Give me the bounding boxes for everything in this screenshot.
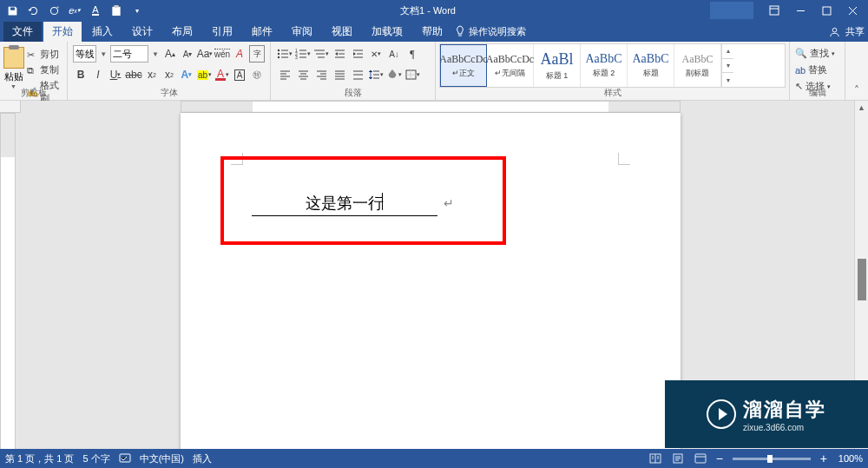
tab-references[interactable]: 引用 (203, 22, 241, 42)
bold-button[interactable]: B (73, 66, 89, 83)
clear-formatting-button[interactable]: A (232, 45, 247, 63)
collapse-ribbon-button[interactable]: ˄ (845, 42, 868, 100)
character-border-button[interactable]: A (232, 66, 247, 83)
maximize-button[interactable] (814, 0, 838, 21)
status-bar: 第 1 页，共 1 页 5 个字 中文(中国) 插入 − + 100% (0, 449, 868, 468)
tab-file[interactable]: 文件 (3, 22, 42, 42)
save-icon[interactable] (3, 2, 21, 19)
align-left-button[interactable] (276, 66, 293, 83)
increase-indent-button[interactable] (349, 45, 366, 63)
shrink-font-button[interactable]: A▾ (180, 45, 195, 63)
shading-button[interactable]: ▾ (385, 66, 403, 83)
gallery-down-icon[interactable]: ▾ (722, 59, 733, 74)
zoom-thumb[interactable] (767, 455, 773, 463)
style-label: 副标题 (686, 68, 709, 79)
tab-review[interactable]: 审阅 (283, 22, 321, 42)
superscript-ex-icon[interactable]: ex▾ (66, 2, 83, 19)
paste-qat-icon[interactable] (108, 2, 125, 19)
cut-button[interactable]: ✂剪切 (25, 47, 63, 62)
sort-button[interactable]: A↓ (385, 45, 403, 63)
zoom-percent[interactable]: 100% (838, 453, 863, 464)
font-color-button[interactable]: A▾ (214, 66, 230, 83)
status-language[interactable]: 中文(中国) (140, 452, 184, 465)
bullets-button[interactable]: ▾ (276, 45, 293, 63)
style-heading-1[interactable]: AaBl 标题 1 (534, 44, 581, 87)
align-right-button[interactable] (312, 66, 330, 83)
line-spacing-button[interactable]: ▾ (367, 66, 385, 83)
multilevel-list-button[interactable]: ▾ (312, 45, 330, 63)
highlight-button[interactable]: ab▾ (196, 66, 213, 83)
font-size-select[interactable] (110, 45, 148, 63)
view-print-layout-icon[interactable] (668, 451, 687, 466)
find-button[interactable]: 🔍查找▾ (793, 45, 841, 62)
style-no-spacing[interactable]: AaBbCcDc ↵无间隔 (487, 44, 534, 87)
svg-point-0 (50, 7, 57, 14)
text-effects-button[interactable]: A▾ (179, 66, 194, 83)
scroll-up-icon[interactable]: ▲ (855, 101, 868, 115)
status-page[interactable]: 第 1 页，共 1 页 (5, 452, 74, 465)
asian-layout-button[interactable]: ✕▾ (367, 45, 385, 63)
decrease-indent-button[interactable] (331, 45, 348, 63)
ruler-corner[interactable] (0, 101, 21, 113)
lightbulb-icon (455, 25, 465, 37)
phonetic-guide-button[interactable]: wén (214, 45, 230, 63)
ruler-horizontal[interactable] (181, 101, 681, 113)
tell-me-search[interactable]: 操作说明搜索 (455, 25, 526, 38)
align-center-button[interactable] (294, 66, 312, 83)
character-shading-button[interactable]: ㊕ (249, 66, 265, 83)
strikethrough-button[interactable]: abc (125, 66, 142, 83)
document-page[interactable]: 这是第一行 ↵ (181, 113, 681, 467)
ribbon-display-icon[interactable] (762, 0, 786, 21)
tab-layout[interactable]: 布局 (163, 22, 201, 42)
tab-view[interactable]: 视图 (323, 22, 361, 42)
zoom-slider[interactable] (733, 458, 811, 460)
zoom-out-button[interactable]: − (713, 452, 726, 465)
enclose-chars-button[interactable]: 字 (249, 45, 265, 63)
tab-help[interactable]: 帮助 (413, 22, 451, 42)
font-color-a-icon[interactable]: A (87, 2, 104, 19)
redo-repeat-icon[interactable] (45, 2, 62, 19)
qat-customize-icon[interactable]: ▾ (128, 2, 146, 19)
status-insert-mode[interactable]: 插入 (193, 452, 212, 465)
zoom-in-button[interactable]: + (818, 452, 830, 465)
italic-button[interactable]: I (90, 66, 106, 83)
underline-button[interactable]: U▾ (108, 66, 123, 83)
tab-insert[interactable]: 插入 (83, 22, 122, 42)
change-case-button[interactable]: Aa▾ (197, 45, 213, 63)
scroll-thumb[interactable] (858, 259, 866, 300)
copy-button[interactable]: ⧉复制 (25, 63, 63, 77)
close-button[interactable] (840, 0, 865, 21)
borders-button[interactable]: ▾ (404, 66, 421, 83)
gallery-up-icon[interactable]: ▴ (722, 44, 733, 59)
superscript-button[interactable]: x2 (161, 66, 177, 83)
style-subtitle[interactable]: AaBbC 副标题 (674, 44, 721, 87)
distribute-button[interactable] (349, 66, 366, 83)
account-avatar[interactable] (710, 2, 753, 19)
undo-icon[interactable] (24, 2, 42, 19)
share-button[interactable]: 共享 (829, 25, 865, 38)
font-name-select[interactable] (73, 45, 96, 63)
ruler-vertical[interactable] (0, 113, 16, 467)
style-label: 标题 1 (546, 70, 569, 82)
spellcheck-icon[interactable] (119, 453, 131, 464)
paste-button[interactable]: 粘贴 ▼ (2, 45, 25, 89)
tab-design[interactable]: 设计 (123, 22, 161, 42)
gallery-expand-icon[interactable]: ▾ (722, 73, 733, 87)
tab-home[interactable]: 开始 (43, 22, 82, 42)
style-heading-2[interactable]: AaBbC 标题 2 (581, 44, 628, 87)
subscript-button[interactable]: x2 (144, 66, 160, 83)
numbering-button[interactable]: 123▾ (294, 45, 312, 63)
status-word-count[interactable]: 5 个字 (82, 452, 109, 465)
view-read-mode-icon[interactable] (646, 451, 665, 466)
tab-mailings[interactable]: 邮件 (243, 22, 281, 42)
align-justify-button[interactable] (331, 66, 348, 83)
view-web-layout-icon[interactable] (691, 451, 710, 466)
minimize-button[interactable] (788, 0, 812, 21)
document-text-line-1[interactable]: 这是第一行 (252, 193, 437, 216)
grow-font-button[interactable]: A▴ (162, 45, 178, 63)
show-marks-button[interactable]: ¶ (404, 45, 421, 63)
style-title[interactable]: AaBbC 标题 (628, 44, 674, 87)
style-normal[interactable]: AaBbCcDc ↵正文 (440, 44, 487, 87)
replace-button[interactable]: ab替换 (793, 62, 841, 78)
tab-addins[interactable]: 加载项 (363, 22, 411, 42)
